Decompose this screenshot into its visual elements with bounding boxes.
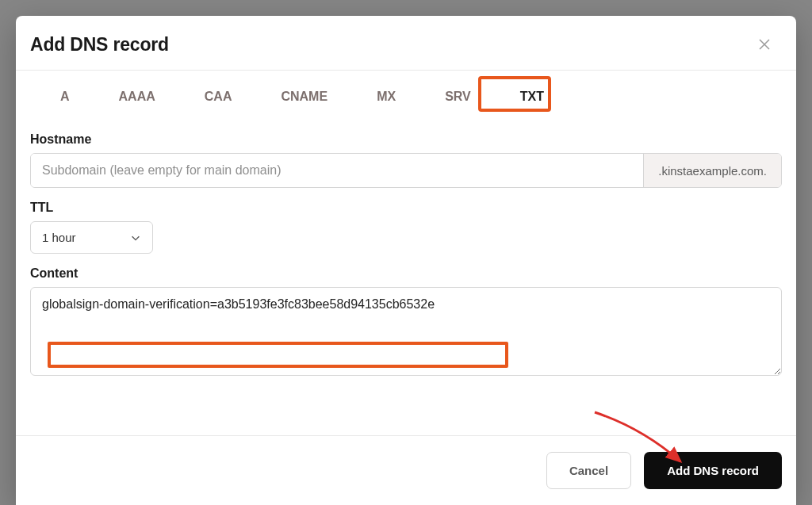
tab-mx[interactable]: MX xyxy=(373,85,399,109)
modal-footer: Cancel Add DNS record xyxy=(16,435,796,505)
close-icon xyxy=(758,38,771,51)
record-type-tabs: A AAAA CAA CNAME MX SRV TXT xyxy=(16,71,796,117)
tab-txt[interactable]: TXT xyxy=(517,85,547,109)
cancel-button[interactable]: Cancel xyxy=(546,452,631,489)
field-group-ttl: TTL 1 hour xyxy=(30,201,782,254)
tab-a[interactable]: A xyxy=(57,85,73,109)
ttl-selected-value: 1 hour xyxy=(42,231,76,244)
add-dns-record-button[interactable]: Add DNS record xyxy=(644,452,782,489)
tab-srv[interactable]: SRV xyxy=(442,85,474,109)
ttl-label: TTL xyxy=(30,201,782,215)
tab-cname[interactable]: CNAME xyxy=(278,85,331,109)
field-group-content: Content xyxy=(30,266,782,379)
content-textarea[interactable] xyxy=(30,287,782,376)
add-dns-record-modal: Add DNS record A AAAA CAA CNAME MX SRV T… xyxy=(16,16,796,505)
modal-title: Add DNS record xyxy=(30,34,169,55)
modal-header: Add DNS record xyxy=(16,16,796,70)
hostname-input[interactable] xyxy=(31,154,643,187)
ttl-select[interactable]: 1 hour xyxy=(30,221,153,254)
content-label: Content xyxy=(30,266,782,281)
hostname-domain-suffix: .kinstaexample.com. xyxy=(643,154,781,187)
hostname-label: Hostname xyxy=(30,132,782,147)
tab-caa[interactable]: CAA xyxy=(201,85,236,109)
form-body: Hostname .kinstaexample.com. TTL 1 hour … xyxy=(16,117,796,435)
close-button[interactable] xyxy=(753,33,776,55)
hostname-row: .kinstaexample.com. xyxy=(30,153,782,188)
field-group-hostname: Hostname .kinstaexample.com. xyxy=(30,132,782,188)
chevron-down-icon xyxy=(130,232,141,243)
tab-aaaa[interactable]: AAAA xyxy=(116,85,159,109)
